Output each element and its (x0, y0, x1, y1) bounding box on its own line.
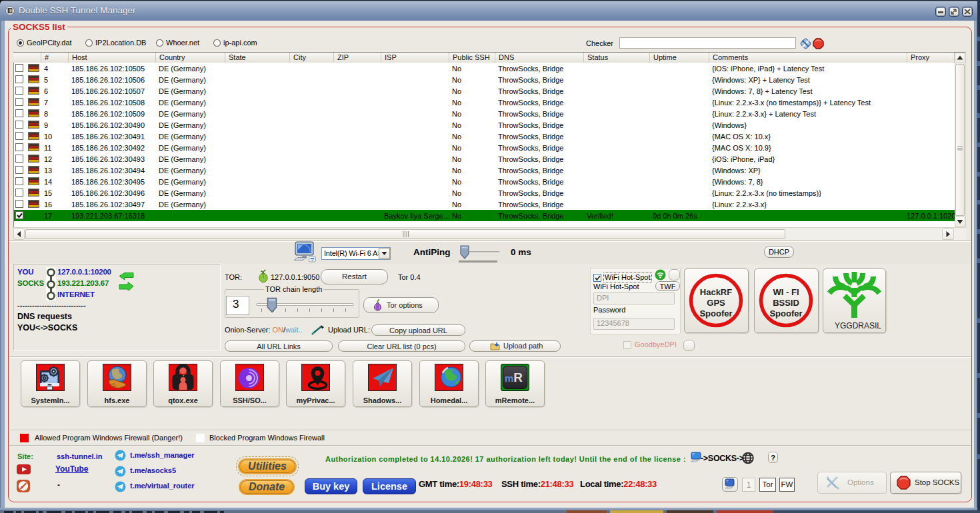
svg-text:GPS: GPS (707, 298, 725, 308)
svg-text:Spoofer: Spoofer (699, 308, 732, 318)
svg-text:HackRF: HackRF (700, 287, 732, 297)
svg-text:Spoofer: Spoofer (769, 308, 802, 318)
svg-text:WI - FI: WI - FI (773, 287, 799, 297)
svg-text:BSSID: BSSID (773, 298, 799, 308)
